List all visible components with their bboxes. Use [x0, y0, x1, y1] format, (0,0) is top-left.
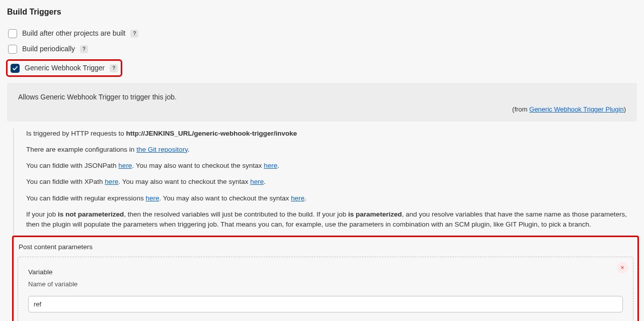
- desc-regex: You can fiddle with regular expressions …: [26, 193, 637, 203]
- check-icon: [12, 65, 18, 71]
- plugin-link[interactable]: Generic Webhook Trigger Plugin: [529, 105, 624, 113]
- regex-syntax-link[interactable]: here: [291, 194, 304, 202]
- from-suffix: ): [624, 105, 626, 113]
- info-panel-from: (from Generic Webhook Trigger Plugin): [18, 104, 626, 115]
- remove-parameter-button[interactable]: ×: [617, 262, 628, 273]
- variable-sublabel: Name of variable: [28, 279, 623, 289]
- help-icon[interactable]: ?: [80, 45, 88, 53]
- trigger-row-build-periodically: Build periodically ?: [7, 44, 637, 54]
- trigger-label-build-after[interactable]: Build after other projects are built: [22, 28, 125, 39]
- xpath-fiddle-link[interactable]: here: [105, 178, 118, 185]
- variable-label: Variable: [28, 267, 623, 277]
- desc-trigger-url: Is triggered by HTTP requests to http://…: [26, 129, 637, 139]
- checkbox-build-periodically[interactable]: [8, 45, 17, 54]
- post-content-params-title: Post content parameters: [18, 242, 633, 252]
- trigger-label-generic-webhook[interactable]: Generic Webhook Trigger: [25, 63, 105, 73]
- trigger-row-build-after: Build after other projects are built ?: [7, 28, 637, 39]
- desc-git-repo: There are example configurations in the …: [26, 145, 637, 155]
- desc-parameterized: If your job is not parameterized, then t…: [26, 209, 637, 230]
- regex-fiddle-link[interactable]: here: [145, 194, 159, 202]
- info-panel-text: Allows Generic Webhook Trigger to trigge…: [18, 92, 626, 102]
- trigger-label-build-periodically[interactable]: Build periodically: [22, 44, 75, 54]
- git-repo-link[interactable]: the Git repository: [136, 146, 188, 153]
- desc-jsonpath: You can fiddle with JSONPath here. You m…: [26, 161, 637, 171]
- webhook-description: Is triggered by HTTP requests to http://…: [13, 129, 637, 322]
- info-panel: Allows Generic Webhook Trigger to trigge…: [7, 83, 637, 122]
- highlight-box-generic-webhook: Generic Webhook Trigger ?: [6, 59, 122, 77]
- desc-xpath: You can fiddle with XPath here. You may …: [26, 177, 637, 187]
- checkbox-build-after[interactable]: [8, 29, 17, 38]
- jsonpath-syntax-link[interactable]: here: [264, 162, 277, 169]
- jsonpath-fiddle-link[interactable]: here: [118, 162, 132, 169]
- help-icon[interactable]: ?: [130, 30, 138, 38]
- section-header: Build Triggers: [7, 6, 637, 18]
- highlight-box-post-content: Post content parameters × Variable Name …: [12, 236, 639, 321]
- variable-input[interactable]: [28, 296, 623, 312]
- xpath-syntax-link[interactable]: here: [250, 178, 264, 185]
- parameter-group: × Variable Name of variable Expression J…: [18, 257, 633, 322]
- help-icon[interactable]: ?: [110, 64, 118, 72]
- from-prefix: (from: [512, 105, 529, 113]
- checkbox-generic-webhook[interactable]: [11, 64, 20, 73]
